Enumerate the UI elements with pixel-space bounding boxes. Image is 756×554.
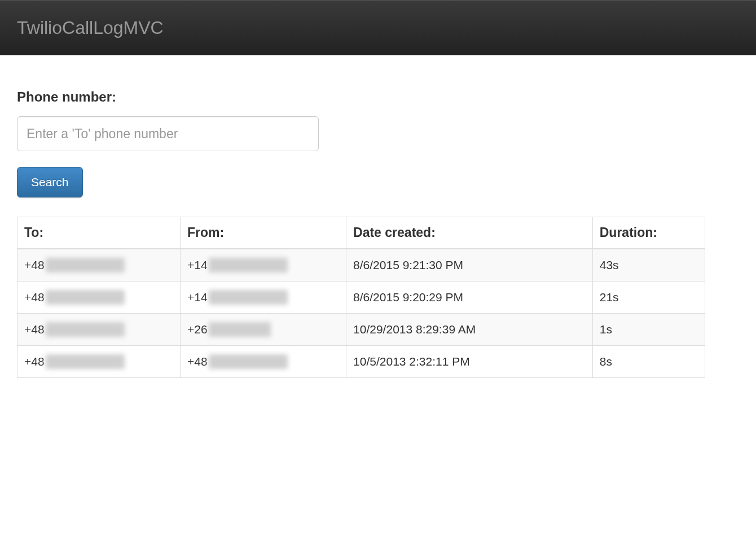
- header-date-created: Date created:: [346, 217, 593, 249]
- redacted-phone: [46, 258, 125, 272]
- phone-prefix: +48: [24, 258, 45, 272]
- header-to: To:: [17, 217, 181, 249]
- cell-date-created: 8/6/2015 9:20:29 PM: [346, 282, 593, 314]
- main-container: Phone number: Search To: From: Date crea…: [0, 55, 722, 395]
- redacted-phone: [209, 290, 288, 305]
- search-button[interactable]: Search: [17, 167, 83, 197]
- cell-from: +26: [181, 314, 346, 346]
- redacted-phone: [46, 290, 125, 305]
- cell-duration: 1s: [592, 314, 705, 346]
- cell-duration: 21s: [592, 282, 705, 314]
- table-row: +48+4810/5/2013 2:32:11 PM8s: [17, 346, 705, 378]
- phone-prefix: +14: [187, 291, 208, 304]
- cell-duration: 43s: [592, 249, 705, 282]
- navbar-brand[interactable]: TwilioCallLogMVC: [17, 17, 164, 38]
- redacted-phone: [209, 322, 271, 337]
- table-row: +48+148/6/2015 9:21:30 PM43s: [17, 249, 705, 282]
- table-header-row: To: From: Date created: Duration:: [17, 217, 705, 249]
- navbar: TwilioCallLogMVC: [0, 0, 756, 55]
- redacted-phone: [46, 322, 125, 337]
- cell-to: +48: [17, 282, 181, 314]
- cell-from: +48: [181, 346, 346, 378]
- phone-prefix: +26: [187, 323, 208, 336]
- header-duration: Duration:: [592, 217, 705, 249]
- phone-prefix: +48: [24, 291, 45, 304]
- redacted-phone: [46, 354, 125, 369]
- cell-from: +14: [181, 249, 346, 282]
- cell-to: +48: [17, 314, 181, 346]
- cell-date-created: 10/5/2013 2:32:11 PM: [346, 346, 593, 378]
- cell-duration: 8s: [592, 346, 705, 378]
- phone-number-label: Phone number:: [17, 89, 705, 105]
- cell-date-created: 10/29/2013 8:29:39 AM: [346, 314, 593, 346]
- phone-prefix: +48: [24, 355, 45, 368]
- phone-prefix: +48: [24, 323, 45, 336]
- table-row: +48+148/6/2015 9:20:29 PM21s: [17, 282, 705, 314]
- redacted-phone: [209, 258, 288, 272]
- table-row: +48+2610/29/2013 8:29:39 AM1s: [17, 314, 705, 346]
- cell-date-created: 8/6/2015 9:21:30 PM: [346, 249, 593, 282]
- phone-prefix: +48: [187, 355, 208, 368]
- header-from: From:: [181, 217, 346, 249]
- call-log-table: To: From: Date created: Duration: +48+14…: [17, 217, 705, 378]
- cell-to: +48: [17, 249, 181, 282]
- redacted-phone: [209, 354, 288, 369]
- cell-from: +14: [181, 282, 346, 314]
- cell-to: +48: [17, 346, 181, 378]
- phone-number-input[interactable]: [17, 116, 319, 151]
- phone-prefix: +14: [187, 258, 208, 272]
